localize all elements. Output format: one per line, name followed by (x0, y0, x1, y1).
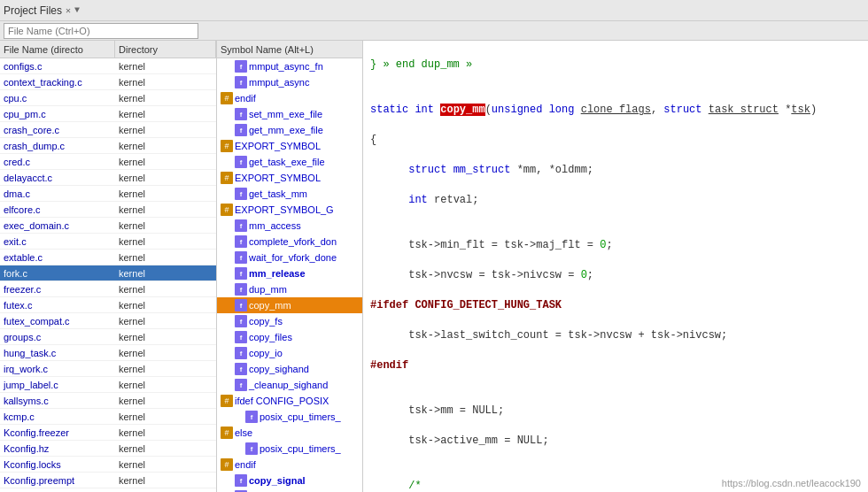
symbol-item[interactable]: fcopy_signal (217, 473, 362, 488)
file-dir-cell: kernel (115, 284, 216, 295)
symbol-item[interactable]: fget_mm_exe_file (217, 122, 362, 138)
file-list-row[interactable]: extable.ckernel (0, 250, 216, 265)
symbol-label: dup_mm (249, 284, 287, 295)
symbol-label: wait_for_vfork_done (249, 252, 337, 263)
symbol-type-icon: # (221, 204, 233, 216)
file-list-row[interactable]: kallsyms.ckernel (0, 393, 216, 409)
symbol-type-icon: f (235, 347, 247, 359)
file-list-row[interactable]: freezer.ckernel (0, 281, 216, 297)
file-list-row[interactable]: crash_core.ckernel (0, 122, 216, 138)
file-dir-cell: kernel (115, 220, 216, 231)
symbol-item[interactable]: fposix_cpu_timers_ (217, 409, 362, 425)
symbol-item[interactable]: f_cleanup_sighand (217, 377, 362, 393)
symbol-item[interactable]: fget_task_exe_file (217, 154, 362, 170)
symbol-label: mm_release (249, 268, 306, 279)
file-list-row[interactable]: cpu_pm.ckernel (0, 106, 216, 122)
file-list-row[interactable]: futex.ckernel (0, 297, 216, 313)
symbol-item[interactable]: fcopy_seccomp (217, 488, 362, 492)
symbol-item[interactable]: fmmput_async_fn (217, 58, 362, 74)
file-list-row[interactable]: Kconfig.hzkernel (0, 441, 216, 457)
file-list-row[interactable]: Kconfig.lockskernel (0, 457, 216, 473)
file-list-row[interactable]: irq_work.ckernel (0, 361, 216, 377)
col-filename-header: File Name (directo (0, 41, 115, 58)
symbol-type-icon: # (221, 172, 233, 184)
symbol-type-icon: f (245, 442, 258, 455)
symbol-type-icon: # (221, 395, 233, 407)
close-icon[interactable]: ✕ (66, 5, 71, 16)
symbol-scroll[interactable]: fmmput_async_fnfmmput_async#endiffset_mm… (217, 58, 362, 492)
symbol-item[interactable]: fcopy_files (217, 329, 362, 345)
symbol-type-icon: f (235, 379, 247, 391)
symbol-type-icon: f (235, 315, 247, 327)
symbol-item[interactable]: fset_mm_exe_file (217, 106, 362, 122)
file-list-row[interactable]: fork.ckernel (0, 265, 216, 281)
file-name-cell: Kconfig.locks (0, 459, 115, 470)
file-list-row[interactable]: elfcore.ckernel (0, 202, 216, 218)
file-name-input[interactable] (4, 23, 198, 39)
file-dir-cell: kernel (115, 77, 216, 88)
symbol-item[interactable]: fposix_cpu_timers_ (217, 441, 362, 457)
symbol-item[interactable]: fdup_mm (217, 281, 362, 297)
symbol-label: mmput_async_fn (249, 61, 323, 72)
file-list-row[interactable]: exec_domain.ckernel (0, 218, 216, 234)
symbol-type-icon: f (235, 474, 247, 487)
symbol-label: posix_cpu_timers_ (260, 411, 341, 422)
file-name-cell: freezer.c (0, 284, 115, 295)
symbol-item[interactable]: fcopy_io (217, 345, 362, 361)
file-name-cell: Kconfig.hz (0, 443, 115, 454)
file-name-cell: configs.c (0, 61, 115, 72)
file-name-cell: Kconfig.freezer (0, 427, 115, 438)
file-name-cell: cpu.c (0, 93, 115, 104)
file-dir-cell: kernel (115, 316, 216, 327)
file-list-row[interactable]: Kconfig.preemptkernel (0, 473, 216, 488)
symbol-type-icon: f (235, 251, 247, 264)
symbol-type-icon: f (235, 363, 247, 375)
file-name-cell: extable.c (0, 252, 115, 263)
file-list-row[interactable]: cred.ckernel (0, 154, 216, 170)
file-name-cell: futex_compat.c (0, 316, 115, 327)
symbol-item[interactable]: #endif (217, 457, 362, 473)
file-dir-cell: kernel (115, 348, 216, 358)
file-list-row[interactable]: context_tracking.ckernel (0, 74, 216, 90)
file-list-row[interactable]: jump_label.ckernel (0, 377, 216, 393)
file-list-row[interactable]: crash_dump.ckernel (0, 138, 216, 154)
file-list-row[interactable]: hung_task.ckernel (0, 345, 216, 361)
file-dir-cell: kernel (115, 380, 216, 390)
symbol-item[interactable]: fcomplete_vfork_don (217, 234, 362, 250)
symbol-item[interactable]: fwait_for_vfork_done (217, 250, 362, 265)
code-panel[interactable]: } » end dup_mm » static int copy_mm(unsi… (363, 41, 868, 492)
file-list-row[interactable]: configs.ckernel (0, 58, 216, 74)
symbol-type-icon: f (235, 331, 247, 343)
symbol-item[interactable]: fmm_release (217, 265, 362, 281)
file-list-row[interactable]: exit.ckernel (0, 234, 216, 250)
symbol-item[interactable]: fmmput_async (217, 74, 362, 90)
file-list-row[interactable]: dma.ckernel (0, 186, 216, 202)
symbol-item[interactable]: fcopy_fs (217, 313, 362, 329)
symbol-item[interactable]: #ifdef CONFIG_POSIX (217, 393, 362, 409)
symbol-item[interactable]: #EXPORT_SYMBOL (217, 138, 362, 154)
file-dir-cell: kernel (115, 459, 216, 470)
file-list-row[interactable]: delayacct.ckernel (0, 170, 216, 186)
symbol-item[interactable]: #endif (217, 90, 362, 106)
file-list-row[interactable]: Kconfig.freezerkernel (0, 425, 216, 441)
symbol-item[interactable]: #else (217, 425, 362, 441)
symbol-label: get_task_mm (249, 188, 307, 199)
symbol-item[interactable]: #EXPORT_SYMBOL_G (217, 202, 362, 218)
file-name-bar (0, 21, 868, 41)
symbol-item[interactable]: fcopy_sighand (217, 361, 362, 377)
file-list-row[interactable]: cpu.ckernel (0, 90, 216, 106)
file-list-scroll[interactable]: configs.ckernelcontext_tracking.ckernelc… (0, 58, 216, 492)
file-list-row[interactable]: groups.ckernel (0, 329, 216, 345)
symbol-label: get_mm_exe_file (249, 125, 323, 135)
symbol-type-icon: # (221, 140, 233, 152)
symbol-item[interactable]: fcopy_mm (217, 297, 362, 313)
symbol-item[interactable]: #EXPORT_SYMBOL (217, 170, 362, 186)
symbol-item[interactable]: fmm_access (217, 218, 362, 234)
file-list-row[interactable]: kcmp.ckernel (0, 409, 216, 425)
dropdown-arrow-icon[interactable]: ▼ (74, 5, 80, 15)
file-name-cell: Kconfig.preempt (0, 475, 115, 486)
file-name-cell: jump_label.c (0, 380, 115, 390)
file-list-row[interactable]: futex_compat.ckernel (0, 313, 216, 329)
symbol-item[interactable]: fget_task_mm (217, 186, 362, 202)
symbol-label: else (235, 427, 252, 438)
